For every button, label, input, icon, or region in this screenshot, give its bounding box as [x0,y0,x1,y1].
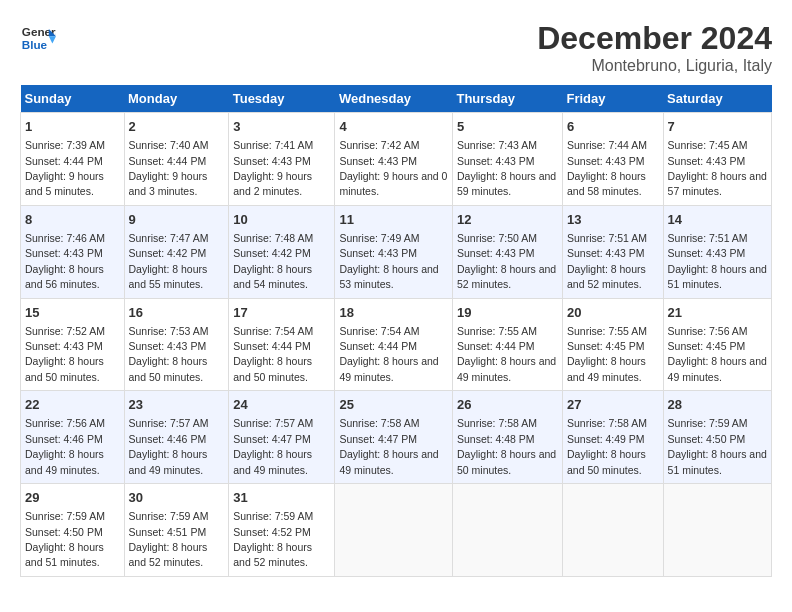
calendar-cell: 25 Sunrise: 7:58 AM Sunset: 4:47 PM Dayl… [335,391,453,484]
sunset-info: Sunset: 4:43 PM [668,155,746,167]
calendar-cell: 30 Sunrise: 7:59 AM Sunset: 4:51 PM Dayl… [124,484,229,577]
calendar-cell [562,484,663,577]
sunrise-info: Sunrise: 7:51 AM [567,232,647,244]
calendar-cell [335,484,453,577]
sunrise-info: Sunrise: 7:55 AM [567,325,647,337]
daylight-info: Daylight: 8 hours and 49 minutes. [457,355,556,382]
daylight-info: Daylight: 8 hours and 52 minutes. [233,541,312,568]
daylight-info: Daylight: 9 hours and 2 minutes. [233,170,312,197]
day-number: 18 [339,304,448,322]
day-number: 22 [25,396,120,414]
sunrise-info: Sunrise: 7:43 AM [457,139,537,151]
header-cell-friday: Friday [562,85,663,113]
calendar-week-row: 29 Sunrise: 7:59 AM Sunset: 4:50 PM Dayl… [21,484,772,577]
calendar-cell: 17 Sunrise: 7:54 AM Sunset: 4:44 PM Dayl… [229,298,335,391]
calendar-cell: 21 Sunrise: 7:56 AM Sunset: 4:45 PM Dayl… [663,298,771,391]
sunset-info: Sunset: 4:44 PM [339,340,417,352]
header-cell-tuesday: Tuesday [229,85,335,113]
page-header: General Blue December 2024 Montebruno, L… [20,20,772,75]
sunset-info: Sunset: 4:43 PM [668,247,746,259]
sunrise-info: Sunrise: 7:59 AM [233,510,313,522]
title-block: December 2024 Montebruno, Liguria, Italy [537,20,772,75]
sunset-info: Sunset: 4:46 PM [129,433,207,445]
daylight-info: Daylight: 8 hours and 54 minutes. [233,263,312,290]
sunset-info: Sunset: 4:44 PM [457,340,535,352]
sunrise-info: Sunrise: 7:59 AM [25,510,105,522]
sunrise-info: Sunrise: 7:44 AM [567,139,647,151]
day-number: 20 [567,304,659,322]
calendar-cell: 1 Sunrise: 7:39 AM Sunset: 4:44 PM Dayli… [21,113,125,206]
day-number: 14 [668,211,767,229]
calendar-cell: 22 Sunrise: 7:56 AM Sunset: 4:46 PM Dayl… [21,391,125,484]
calendar-cell: 29 Sunrise: 7:59 AM Sunset: 4:50 PM Dayl… [21,484,125,577]
daylight-info: Daylight: 8 hours and 50 minutes. [457,448,556,475]
sunrise-info: Sunrise: 7:55 AM [457,325,537,337]
sunrise-info: Sunrise: 7:59 AM [129,510,209,522]
sunset-info: Sunset: 4:43 PM [233,155,311,167]
sunset-info: Sunset: 4:50 PM [668,433,746,445]
sunset-info: Sunset: 4:44 PM [129,155,207,167]
daylight-info: Daylight: 8 hours and 50 minutes. [25,355,104,382]
calendar-cell: 14 Sunrise: 7:51 AM Sunset: 4:43 PM Dayl… [663,205,771,298]
page-title: December 2024 [537,20,772,57]
calendar-cell: 26 Sunrise: 7:58 AM Sunset: 4:48 PM Dayl… [452,391,562,484]
calendar-cell: 5 Sunrise: 7:43 AM Sunset: 4:43 PM Dayli… [452,113,562,206]
sunrise-info: Sunrise: 7:57 AM [233,417,313,429]
calendar-cell [452,484,562,577]
sunset-info: Sunset: 4:42 PM [129,247,207,259]
sunrise-info: Sunrise: 7:49 AM [339,232,419,244]
sunset-info: Sunset: 4:49 PM [567,433,645,445]
sunrise-info: Sunrise: 7:54 AM [233,325,313,337]
daylight-info: Daylight: 9 hours and 0 minutes. [339,170,447,197]
sunset-info: Sunset: 4:43 PM [567,247,645,259]
calendar-cell: 7 Sunrise: 7:45 AM Sunset: 4:43 PM Dayli… [663,113,771,206]
calendar-cell: 15 Sunrise: 7:52 AM Sunset: 4:43 PM Dayl… [21,298,125,391]
daylight-info: Daylight: 8 hours and 50 minutes. [567,448,646,475]
day-number: 31 [233,489,330,507]
sunrise-info: Sunrise: 7:57 AM [129,417,209,429]
sunset-info: Sunset: 4:45 PM [668,340,746,352]
sunset-info: Sunset: 4:47 PM [233,433,311,445]
day-number: 19 [457,304,558,322]
day-number: 27 [567,396,659,414]
sunrise-info: Sunrise: 7:58 AM [457,417,537,429]
calendar-cell: 9 Sunrise: 7:47 AM Sunset: 4:42 PM Dayli… [124,205,229,298]
daylight-info: Daylight: 8 hours and 58 minutes. [567,170,646,197]
daylight-info: Daylight: 8 hours and 49 minutes. [567,355,646,382]
calendar-cell: 24 Sunrise: 7:57 AM Sunset: 4:47 PM Dayl… [229,391,335,484]
day-number: 29 [25,489,120,507]
day-number: 24 [233,396,330,414]
calendar-cell: 20 Sunrise: 7:55 AM Sunset: 4:45 PM Dayl… [562,298,663,391]
daylight-info: Daylight: 8 hours and 49 minutes. [233,448,312,475]
daylight-info: Daylight: 8 hours and 49 minutes. [25,448,104,475]
sunset-info: Sunset: 4:47 PM [339,433,417,445]
daylight-info: Daylight: 8 hours and 59 minutes. [457,170,556,197]
sunset-info: Sunset: 4:43 PM [25,247,103,259]
calendar-cell: 6 Sunrise: 7:44 AM Sunset: 4:43 PM Dayli… [562,113,663,206]
day-number: 15 [25,304,120,322]
sunset-info: Sunset: 4:42 PM [233,247,311,259]
daylight-info: Daylight: 8 hours and 53 minutes. [339,263,438,290]
calendar-table: SundayMondayTuesdayWednesdayThursdayFrid… [20,85,772,577]
sunset-info: Sunset: 4:51 PM [129,526,207,538]
calendar-cell: 13 Sunrise: 7:51 AM Sunset: 4:43 PM Dayl… [562,205,663,298]
sunrise-info: Sunrise: 7:50 AM [457,232,537,244]
day-number: 21 [668,304,767,322]
day-number: 12 [457,211,558,229]
calendar-cell: 23 Sunrise: 7:57 AM Sunset: 4:46 PM Dayl… [124,391,229,484]
calendar-cell: 10 Sunrise: 7:48 AM Sunset: 4:42 PM Dayl… [229,205,335,298]
day-number: 13 [567,211,659,229]
day-number: 11 [339,211,448,229]
calendar-cell: 4 Sunrise: 7:42 AM Sunset: 4:43 PM Dayli… [335,113,453,206]
sunrise-info: Sunrise: 7:58 AM [567,417,647,429]
sunrise-info: Sunrise: 7:48 AM [233,232,313,244]
calendar-cell: 18 Sunrise: 7:54 AM Sunset: 4:44 PM Dayl… [335,298,453,391]
sunset-info: Sunset: 4:43 PM [25,340,103,352]
sunset-info: Sunset: 4:43 PM [339,155,417,167]
calendar-cell: 28 Sunrise: 7:59 AM Sunset: 4:50 PM Dayl… [663,391,771,484]
day-number: 25 [339,396,448,414]
sunrise-info: Sunrise: 7:58 AM [339,417,419,429]
header-cell-sunday: Sunday [21,85,125,113]
header-row: SundayMondayTuesdayWednesdayThursdayFrid… [21,85,772,113]
calendar-cell: 3 Sunrise: 7:41 AM Sunset: 4:43 PM Dayli… [229,113,335,206]
